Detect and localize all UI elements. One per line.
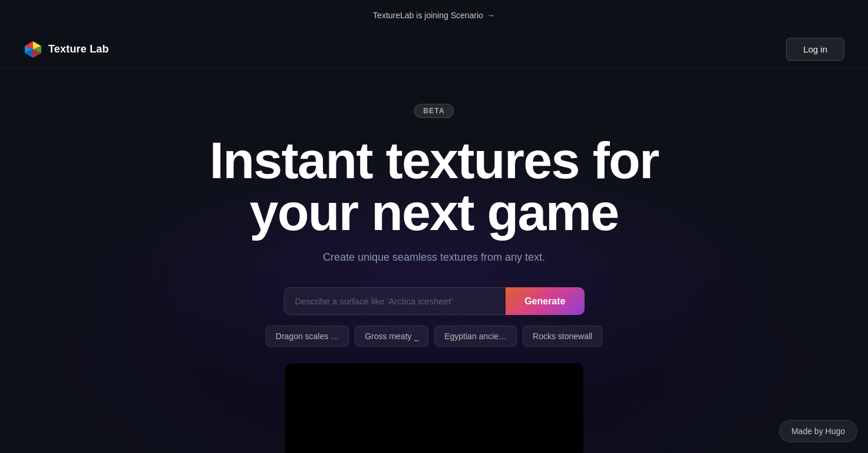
preview-area: [285, 363, 583, 453]
announcement-link[interactable]: TextureLab is joining Scenario →: [373, 11, 495, 20]
announcement-arrow: →: [487, 11, 495, 20]
beta-badge: BETA: [414, 104, 454, 118]
login-button[interactable]: Log in: [786, 38, 844, 61]
made-by-hugo-badge: Made by Hugo: [779, 420, 857, 442]
nav-title: Texture Lab: [48, 43, 109, 55]
chip-egyptian[interactable]: Egyptian ancie…: [434, 326, 517, 347]
hero-section: BETA Instant textures for your next game…: [0, 68, 868, 453]
announcement-bar: TextureLab is joining Scenario →: [0, 0, 868, 31]
hero-heading-line2: your next game: [250, 183, 619, 241]
chip-rocks-stonewall[interactable]: Rocks stonewall: [523, 326, 602, 347]
nav-logo-link[interactable]: Texture Lab: [24, 40, 109, 59]
chips-row: Dragon scales … Gross meaty _ Egyptian a…: [266, 326, 602, 347]
chip-gross-meaty[interactable]: Gross meaty _: [355, 326, 428, 347]
input-row: Generate: [284, 287, 585, 315]
hero-subtitle: Create unique seamless textures from any…: [323, 251, 545, 264]
chip-dragon-scales[interactable]: Dragon scales …: [266, 326, 349, 347]
texture-description-input[interactable]: [284, 287, 506, 315]
navbar: Texture Lab Log in: [0, 31, 868, 68]
hero-heading: Instant textures for your next game: [210, 134, 659, 238]
generate-button[interactable]: Generate: [506, 287, 584, 315]
logo-icon: [24, 40, 42, 59]
hero-heading-line1: Instant textures for: [210, 131, 659, 189]
announcement-text: TextureLab is joining Scenario: [373, 11, 483, 20]
